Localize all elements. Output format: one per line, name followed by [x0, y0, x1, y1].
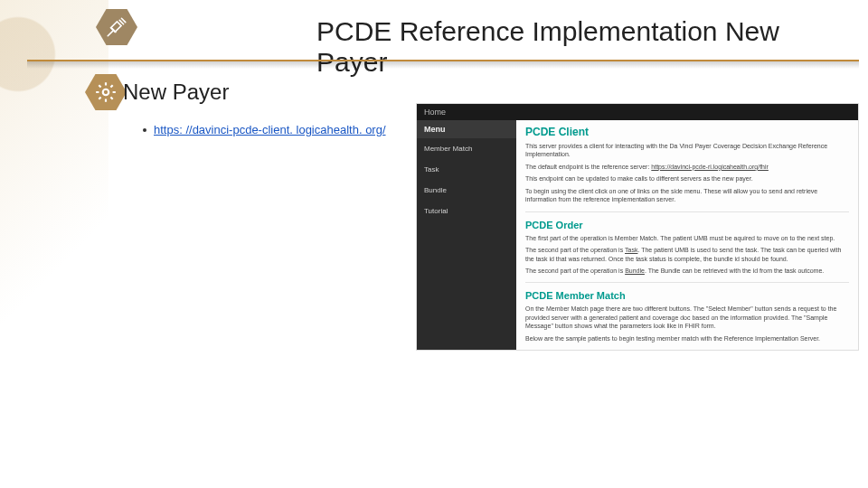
- section-divider: [525, 211, 849, 212]
- pcde-client-p1: This server provides a client for intera…: [525, 142, 849, 159]
- pcde-order-title: PCDE Order: [525, 220, 849, 230]
- menu-item-member-match[interactable]: Member Match: [417, 138, 516, 159]
- syringe-hex-icon: [96, 9, 137, 45]
- menu-item-tutorial[interactable]: Tutorial: [417, 201, 516, 221]
- bullet-row: https: //davinci-pcde-client. logicaheal…: [143, 123, 386, 136]
- pcde-match-p1: On the Member Match page there are two d…: [525, 305, 849, 330]
- gear-icon: [94, 80, 118, 104]
- pcde-order-p2: The second part of the operation is Task…: [525, 246, 849, 263]
- app-body: Menu Member Match Task Bundle Tutorial P…: [417, 120, 858, 350]
- side-menu: Menu Member Match Task Bundle Tutorial: [417, 120, 516, 350]
- embedded-app-screenshot: Home Menu Member Match Task Bundle Tutor…: [416, 103, 859, 351]
- section-divider-2: [525, 282, 849, 283]
- menu-header: Menu: [417, 120, 516, 138]
- order-bundle-link[interactable]: Bundle: [625, 267, 645, 274]
- svg-point-1: [103, 89, 109, 96]
- title-rule-shadow: [27, 61, 859, 69]
- section-heading: New Payer: [123, 80, 229, 105]
- syringe-icon: [105, 15, 128, 39]
- reference-server-link[interactable]: https://davinci-pcde-ri.logicahealth.org…: [651, 164, 769, 170]
- pcde-order-p1: The first part of the operation is Membe…: [525, 234, 849, 242]
- pcde-match-p2: Below are the sample patients to begin t…: [525, 334, 849, 343]
- pcde-client-p2-prefix: The default endpoint is the reference se…: [525, 164, 651, 170]
- topbar-home-link[interactable]: Home: [424, 108, 446, 117]
- svg-rect-0: [111, 22, 121, 32]
- gear-hex-icon: [85, 74, 127, 110]
- pcde-client-p4: To begin using the client click on one o…: [525, 187, 849, 204]
- menu-item-bundle[interactable]: Bundle: [417, 180, 516, 201]
- pcde-order-p3-prefix: The second part of the operation is: [525, 267, 625, 274]
- app-topbar: Home: [417, 104, 858, 120]
- pcde-order-p3-suffix: . The Bundle can be retrieved with the i…: [645, 267, 824, 274]
- menu-item-task[interactable]: Task: [417, 159, 516, 180]
- pcde-client-p3: This endpoint can be updated to make cal…: [525, 174, 849, 183]
- pcde-order-p3: The second part of the operation is Bund…: [525, 267, 849, 275]
- order-task-link[interactable]: Task: [625, 247, 637, 253]
- pcde-client-p2: The default endpoint is the reference se…: [525, 163, 849, 171]
- decorative-background: [0, 0, 108, 488]
- pcde-order-p2-prefix: The second part of the operation is: [525, 247, 625, 253]
- bullet-dot-icon: [143, 128, 146, 132]
- pcde-client-title: PCDE Client: [525, 126, 849, 138]
- reference-link[interactable]: https: //davinci-pcde-client. logicaheal…: [154, 123, 386, 136]
- content-pane: PCDE Client This server provides a clien…: [516, 120, 858, 350]
- pcde-match-title: PCDE Member Match: [525, 290, 849, 301]
